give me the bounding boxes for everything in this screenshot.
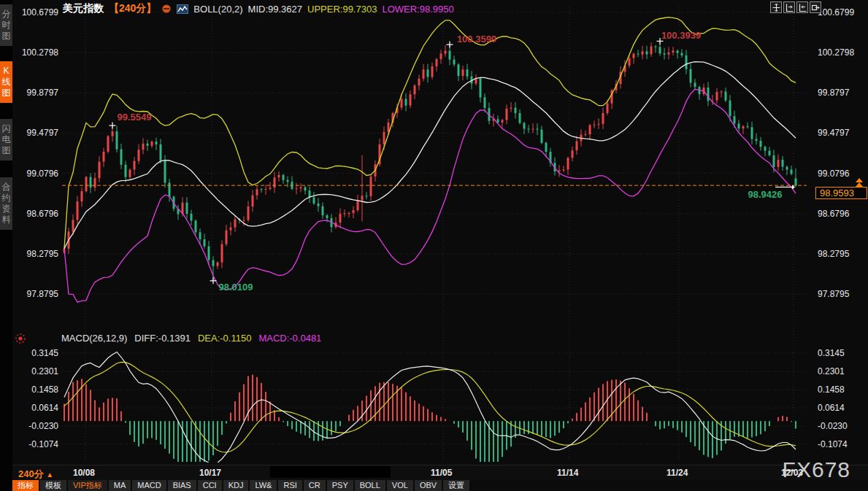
svg-text:99.0796: 99.0796 [818, 169, 850, 179]
last-price-tag: 98.9593 [815, 187, 867, 199]
macd-params-label: MACD(26,12,9) [61, 333, 127, 344]
chart-header: 美元指数 【240分】 BOLL(20,2) MID:99.3627 UPPER… [63, 2, 454, 15]
svg-text:99.8797: 99.8797 [27, 88, 59, 98]
svg-text:100.6799: 100.6799 [22, 7, 58, 18]
minus-circle-icon[interactable] [161, 4, 172, 14]
chart-thumbnail-icon[interactable] [177, 4, 188, 14]
svg-text:0.0614: 0.0614 [818, 403, 845, 413]
x-axis-date-label: 11/05 [431, 468, 452, 478]
toolbar-button-kdj[interactable]: KDJ [223, 480, 249, 491]
symbol-title: 美元指数 [63, 2, 104, 15]
svg-text:0.3145: 0.3145 [31, 348, 58, 358]
candles-layer [64, 41, 797, 280]
x-axis-row: 240分 ▲ 10/0810/1711/0511/1411/2412/03 [12, 465, 868, 481]
sidebar-tab-kline-chart[interactable]: K线图 [0, 61, 12, 103]
toolbar-button-psy[interactable]: PSY [327, 480, 353, 491]
macd-macd-value: MACD:-0.0481 [258, 333, 321, 344]
toolbar-button-cr[interactable]: CR [304, 480, 326, 491]
window-tool-buttons [770, 1, 821, 13]
pop-out-panel-icon[interactable] [810, 1, 821, 13]
svg-text:100.2798: 100.2798 [818, 47, 854, 58]
toolbar-button-rsi[interactable]: RSI [278, 480, 302, 491]
svg-text:99.8797: 99.8797 [818, 88, 850, 98]
toolbar-button-settings[interactable]: 设置 [443, 480, 469, 491]
sidebar-tab-flash-chart[interactable]: 闪电图 [0, 119, 12, 161]
svg-text:97.8795: 97.8795 [27, 289, 59, 299]
period-badge[interactable]: 【240分】 [109, 2, 156, 15]
toolbar-button-macd[interactable]: MACD [132, 480, 166, 491]
svg-text:98.6796: 98.6796 [27, 209, 59, 219]
svg-text:100.3599: 100.3599 [457, 34, 496, 45]
svg-text:97.8795: 97.8795 [818, 289, 850, 299]
svg-text:98.0109: 98.0109 [219, 282, 253, 293]
boll-params-label: BOLL(20,2) [193, 4, 242, 15]
boll-mid-value: MID:99.3627 [248, 4, 302, 15]
svg-text:98.9426: 98.9426 [748, 189, 783, 200]
left-sidebar: 分时图 K线图 闪电图 合约资料 [0, 0, 12, 491]
toolbar-button-bias[interactable]: BIAS [168, 480, 196, 491]
x-axis-date-label: 10/17 [199, 468, 221, 478]
candlestick-chart-canvas[interactable]: 99.5549100.3599100.393998.010998.9426100… [0, 0, 868, 491]
boll-lower-value: LOWER:98.9950 [382, 4, 453, 15]
svg-text:99.0796: 99.0796 [27, 169, 59, 179]
macd-header: MACD(26,12,9) DIFF:-0.1391 DEA:-0.1150 M… [61, 333, 321, 344]
period-label[interactable]: 240分 ▲ [18, 468, 53, 481]
svg-text:100.2798: 100.2798 [22, 47, 58, 58]
svg-text:100.3939: 100.3939 [661, 30, 701, 41]
svg-text:100.6799: 100.6799 [818, 7, 854, 18]
svg-text:0.0614: 0.0614 [31, 403, 58, 413]
toolbar-button-lw[interactable]: LW& [250, 480, 277, 491]
chart-app: 99.5549100.3599100.393998.010998.9426100… [0, 0, 868, 491]
indicator-toolbar: 指标模板VIP指标MAMACDBIASCCIKDJLW&RSICRPSYBOLL… [12, 480, 469, 491]
x-axis-date-label: 11/14 [557, 468, 578, 478]
toolbar-button-vol[interactable]: VOL [387, 480, 413, 491]
macd-dea-value: DEA:-0.1150 [198, 333, 251, 344]
svg-text:98.2795: 98.2795 [818, 249, 850, 259]
toolbar-button-cci[interactable]: CCI [198, 480, 222, 491]
svg-text:98.2795: 98.2795 [27, 249, 59, 259]
watermark: FX678 [783, 457, 850, 482]
svg-text:99.4797: 99.4797 [818, 128, 850, 138]
svg-text:99.4797: 99.4797 [27, 128, 59, 138]
svg-text:0.2301: 0.2301 [818, 366, 845, 376]
indicator-record-icon[interactable] [15, 333, 26, 347]
svg-text:-0.0230: -0.0230 [818, 421, 848, 431]
sidebar-tab-contract-info[interactable]: 合约资料 [0, 177, 12, 230]
period-up-arrow-icon: ▲ [46, 471, 53, 479]
toolbar-button-ma[interactable]: MA [109, 480, 131, 491]
svg-text:-0.0230: -0.0230 [28, 421, 58, 431]
toolbar-button-template[interactable]: 模板 [40, 480, 66, 491]
macd-diff-value: DIFF:-0.1391 [134, 333, 191, 344]
svg-text:-0.1074: -0.1074 [818, 439, 848, 449]
toolbar-button-boll[interactable]: BOLL [355, 480, 385, 491]
svg-text:0.1458: 0.1458 [818, 384, 845, 395]
boll-upper-value: UPPER:99.7303 [307, 4, 377, 15]
x-axis-date-label: 10/08 [73, 468, 95, 478]
scale-y-axis-icon[interactable] [783, 1, 795, 13]
period-text: 240分 [18, 468, 44, 479]
svg-text:0.2301: 0.2301 [31, 366, 58, 376]
svg-text:98.6796: 98.6796 [818, 209, 850, 219]
sidebar-tab-time-chart[interactable]: 分时图 [0, 4, 12, 46]
crosshair-move-icon[interactable] [770, 1, 782, 13]
gridlines [62, 7, 807, 462]
scrollbar-thumb[interactable] [270, 466, 391, 478]
svg-text:-0.1074: -0.1074 [28, 439, 58, 449]
toolbar-button-obv[interactable]: OBV [415, 480, 442, 491]
svg-text:99.5549: 99.5549 [118, 112, 152, 123]
toolbar-button-vip-indicator[interactable]: VIP指标 [68, 480, 107, 491]
svg-text:0.3145: 0.3145 [818, 348, 845, 358]
scale-x-axis-icon[interactable] [796, 1, 808, 13]
toolbar-button-indicator[interactable]: 指标 [12, 480, 39, 491]
svg-text:0.1458: 0.1458 [31, 384, 58, 395]
x-axis-date-label: 11/24 [667, 468, 688, 478]
